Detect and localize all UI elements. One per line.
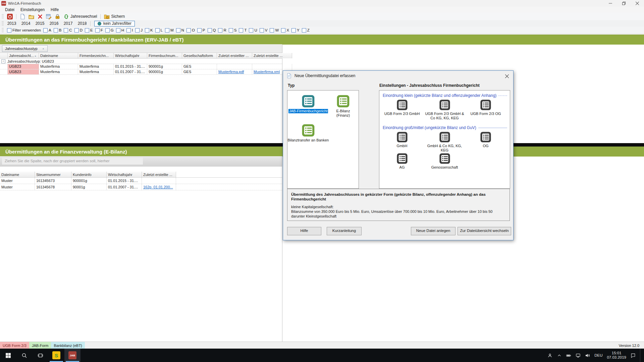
letter-checkbox[interactable]: T xyxy=(239,28,247,33)
column-header[interactable]: Jahresabschl...▲ xyxy=(8,53,39,58)
column-header[interactable]: Zuletzt erstellte ... xyxy=(252,53,292,58)
class-option-gmbh[interactable]: GmbH xyxy=(381,131,423,153)
cell-wirtschaftsjahr[interactable]: 01.01.2015 - 31.... xyxy=(114,64,147,69)
class-option-ugb-gmbh-co[interactable]: UGB Form 2/3 GmbH & Co KG, KG, KEG xyxy=(423,99,466,120)
file-link[interactable]: 162p_01.01.200... xyxy=(143,185,173,189)
cell-jahresabschlusstyp[interactable]: UGB23 xyxy=(8,69,39,74)
clock[interactable]: 15:01 07.03.2019 xyxy=(607,351,626,360)
column-header[interactable]: Firmenbezeichn... xyxy=(78,53,114,58)
class-option-og[interactable]: OG xyxy=(466,131,505,153)
class-option-ugb-og[interactable]: UGB Form 2/3 OG xyxy=(466,99,505,120)
task-view-button[interactable] xyxy=(32,349,48,362)
column-header[interactable]: Zuletzt erstellte ... xyxy=(142,172,176,177)
group-row[interactable]: − Jahresabschlusstyp: UGB23 xyxy=(0,59,282,64)
cell-dateiname[interactable]: Musterfirma xyxy=(39,64,78,69)
cell-firmenbezeichnung[interactable]: Musterfirma xyxy=(78,69,114,74)
column-header[interactable]: Gesellschaftsform xyxy=(182,53,217,58)
open-folder-button[interactable] xyxy=(28,13,35,20)
taskbar-app-jab[interactable]: JAB xyxy=(64,349,80,362)
battery-icon[interactable] xyxy=(566,353,571,358)
letter-checkbox[interactable]: N xyxy=(176,28,184,33)
zur-dateiuebersicht-button[interactable]: Zur Dateiübersicht wechseln xyxy=(458,227,511,235)
letter-checkbox[interactable]: U xyxy=(249,28,257,33)
toolbar-grip[interactable] xyxy=(2,14,3,19)
year-tab[interactable]: 2014 xyxy=(19,20,33,27)
class-option-ag[interactable]: AG xyxy=(381,153,423,170)
letter-checkbox[interactable]: D xyxy=(74,28,83,33)
hilfe-button[interactable]: Hilfe xyxy=(287,227,321,235)
table-row[interactable]: Muster 161345673 900001g 01.01.2015 - 31… xyxy=(0,178,282,184)
chevron-up-icon[interactable] xyxy=(557,353,562,358)
class-option-gmbh-co[interactable]: GmbH & Co KG, KG, KEG xyxy=(423,131,466,153)
edit-table-button[interactable] xyxy=(45,13,52,20)
year-tab[interactable]: 2015 xyxy=(33,20,47,27)
cell-zuletzt[interactable] xyxy=(142,178,176,184)
no-year-filter-button[interactable]: kein Jahresfilter xyxy=(94,21,135,26)
power-button[interactable] xyxy=(6,13,13,20)
toolbar-grip[interactable] xyxy=(2,21,3,26)
start-button[interactable] xyxy=(0,349,16,362)
letter-checkbox[interactable]: Y xyxy=(291,28,300,33)
cell-dateiname[interactable]: Muster xyxy=(0,178,35,184)
column-header[interactable]: Steuernummer xyxy=(35,172,71,177)
delete-button[interactable] xyxy=(37,13,44,20)
neue-datei-anlegen-button[interactable]: Neue Datei anlegen xyxy=(411,227,455,235)
network-icon[interactable] xyxy=(576,353,581,358)
year-tab[interactable]: 2016 xyxy=(47,20,61,27)
year-change-button[interactable]: Jahreswechsel xyxy=(63,13,98,20)
menu-item[interactable]: Einstellungen xyxy=(17,7,48,13)
year-tab[interactable]: 2018 xyxy=(75,20,89,27)
letter-checkbox[interactable]: Q xyxy=(208,28,216,33)
cell-gesellschaftsform[interactable]: GES xyxy=(182,64,217,69)
cell-dateiname[interactable]: Musterfirma xyxy=(39,69,78,74)
class-option-ugb-gmbh[interactable]: UGB Form 2/3 GmbH xyxy=(381,99,423,120)
letter-checkbox[interactable]: K xyxy=(145,28,153,33)
speaker-icon[interactable] xyxy=(585,353,590,358)
letter-checkbox[interactable]: L xyxy=(155,28,163,33)
search-button[interactable] xyxy=(16,349,32,362)
menu-item[interactable]: Datei xyxy=(2,7,17,13)
type-option-bilanztransfer[interactable]: Bilanztransfer an Banken xyxy=(287,124,329,142)
cell-pdf[interactable] xyxy=(217,64,252,69)
letter-checkbox[interactable]: E xyxy=(85,28,93,33)
type-option-jab-firmenbuchgericht[interactable]: JAB-Firmenbuchgericht xyxy=(287,95,329,118)
toolbar-grip[interactable] xyxy=(2,28,3,33)
minimize-button[interactable] xyxy=(604,0,617,7)
new-file-button[interactable] xyxy=(19,13,26,20)
cell-firmenbuchnummer[interactable]: 900001g xyxy=(147,69,182,74)
type-option-e-bilanz[interactable]: E-Bilanz (Finanz) xyxy=(329,95,357,118)
letter-checkbox[interactable]: A xyxy=(43,28,51,33)
table-row[interactable]: UGB23 Musterfirma Musterfirma 01.01.2007… xyxy=(0,69,282,75)
language-indicator[interactable]: DEU xyxy=(594,353,602,357)
close-button[interactable] xyxy=(631,0,644,7)
pdf-link[interactable]: Musterfirma.pdf xyxy=(218,70,244,74)
action-center-icon[interactable] xyxy=(631,353,636,358)
cell-firmenbuchnummer[interactable]: 900001g xyxy=(147,64,182,69)
cell-wirtschaftsjahr[interactable]: 01.01.2015 - 31.... xyxy=(107,178,142,184)
column-header[interactable]: Dateiname xyxy=(39,53,78,58)
cell-kundeninfo[interactable]: 900001g xyxy=(71,178,107,184)
column-header[interactable]: Kundeninfo xyxy=(71,172,107,177)
letter-checkbox[interactable]: I xyxy=(126,28,133,33)
cell-steuernummer[interactable]: 161345678 xyxy=(35,184,71,190)
letter-checkbox[interactable]: H xyxy=(116,28,124,33)
cell-jahresabschlusstyp[interactable]: UGB23 xyxy=(8,64,39,69)
kurzanleitung-button[interactable]: Kurzanleitung xyxy=(327,227,362,235)
column-header[interactable]: Firmenbuchnum... xyxy=(147,53,182,58)
letter-checkbox[interactable]: V xyxy=(260,28,268,33)
taskbar-app-sage[interactable]: S xyxy=(48,349,64,362)
year-tab[interactable]: 2013 xyxy=(5,20,19,27)
save-button[interactable]: Sichern xyxy=(103,13,125,20)
use-filter-checkbox[interactable]: Filter verwenden xyxy=(7,28,41,33)
column-header[interactable]: Wirtschaftsjahr xyxy=(107,172,142,177)
letter-checkbox[interactable]: B xyxy=(54,28,62,33)
letter-checkbox[interactable]: X xyxy=(281,28,289,33)
letter-checkbox[interactable]: J xyxy=(135,28,143,33)
cell-steuernummer[interactable]: 161345673 xyxy=(35,178,71,184)
class-option-genossenschaft[interactable]: Genossenschaft xyxy=(423,153,466,170)
column-header[interactable]: Zuletzt erstellter ... xyxy=(217,53,252,58)
table-row[interactable]: Muster 161345678 90001g 01.01.2007 - 31.… xyxy=(0,184,282,190)
letter-checkbox[interactable]: Z xyxy=(302,28,310,33)
restore-button[interactable] xyxy=(617,0,631,7)
cell-kundeninfo[interactable]: 90001g xyxy=(71,184,107,190)
